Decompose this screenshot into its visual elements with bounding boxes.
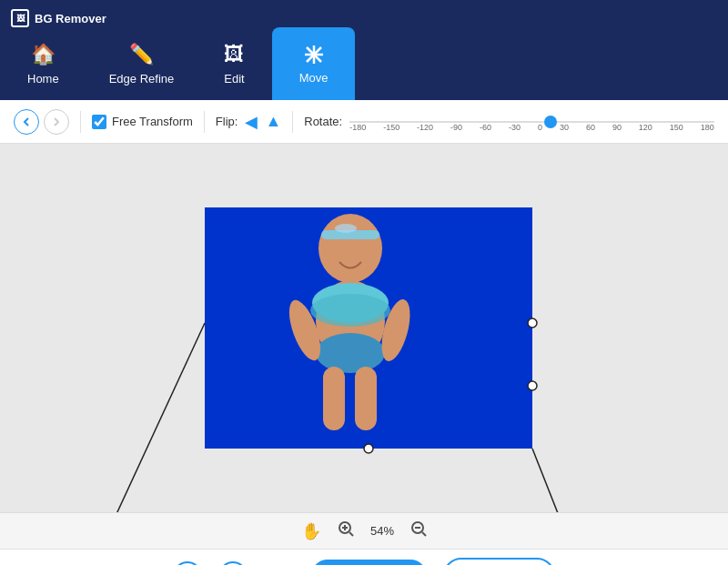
arrow-right-icon: → [264,558,295,565]
toolbar-nav-group [14,109,69,135]
hand-tool-button[interactable]: ✋ [301,521,321,541]
nav-tabs: 🏠 Home ✏️ Edge Refine 🖼 Edit Move [0,0,728,100]
svg-point-14 [310,294,390,327]
svg-line-5 [532,449,592,512]
tab-edge-refine[interactable]: ✏️ Edge Refine [86,27,197,100]
bottom-bar: ✋ 54% [0,512,728,549]
home-icon: 🏠 [31,43,56,66]
toolbar: Free Transform Flip: ◀ ▲ Rotate: -180 -1… [0,100,728,144]
zoom-percent: 54% [370,524,394,538]
new-image-button[interactable]: New Image [311,560,427,566]
flip-group: Flip: ◀ ▲ [216,112,281,132]
rotate-label: Rotate: [304,115,342,128]
ruler-thumb[interactable] [544,116,557,128]
svg-rect-18 [323,367,345,430]
svg-line-23 [349,532,353,536]
divider3 [292,111,293,133]
flip-label: Flip: [216,115,238,128]
app-title: BG Remover [35,12,106,25]
back-button[interactable] [14,109,39,135]
free-transform-label: Free Transform [112,115,193,128]
flip-horizontal-button[interactable]: ◀ [245,112,258,132]
child-figure [205,207,532,449]
zoom-in-button[interactable] [338,520,354,541]
nav-next-button[interactable] [218,561,248,566]
move-icon [303,44,325,66]
tab-move-label: Move [299,71,329,85]
free-transform-group: Free Transform [92,115,193,129]
tab-home[interactable]: 🏠 Home [0,27,86,100]
svg-line-4 [77,323,205,512]
main-image-container [205,207,532,449]
zoom-out-button[interactable] [410,520,427,541]
logo-icon: 🖼 [11,9,29,27]
ruler-labels: -180 -150 -120 -90 -60 -30 0 30 60 90 12… [349,123,714,132]
tab-edge-refine-label: Edge Refine [109,72,175,86]
tab-home-label: Home [27,72,59,86]
flip-vertical-button[interactable]: ▲ [265,112,281,131]
footer: → New Image Download [0,549,728,565]
svg-rect-19 [355,367,377,430]
svg-point-9 [318,214,382,283]
svg-line-26 [422,532,426,536]
tab-edit[interactable]: 🖼 Edit [197,27,271,100]
rotate-ruler[interactable]: -180 -150 -120 -90 -60 -30 0 30 60 90 12… [349,108,714,136]
divider2 [204,111,205,133]
divider [80,111,81,133]
download-button[interactable]: Download [443,558,554,566]
nav-prev-button[interactable] [173,561,202,566]
tab-move[interactable]: Move [272,27,356,100]
svg-point-15 [316,333,385,373]
app-logo: 🖼 BG Remover [11,9,106,27]
edit-icon: 🖼 [224,43,244,66]
forward-button[interactable] [44,109,69,135]
rotate-group: Rotate: -180 -150 -120 -90 -60 -30 0 30 … [304,108,714,136]
header: 🖼 BG Remover 🏠 Home ✏️ Edge Refine 🖼 Edi… [0,0,728,100]
edge-refine-icon: ✏️ [129,43,154,66]
tab-edit-label: Edit [224,72,244,86]
canvas-area [0,144,728,512]
svg-point-11 [335,224,357,233]
free-transform-checkbox[interactable] [92,115,106,129]
